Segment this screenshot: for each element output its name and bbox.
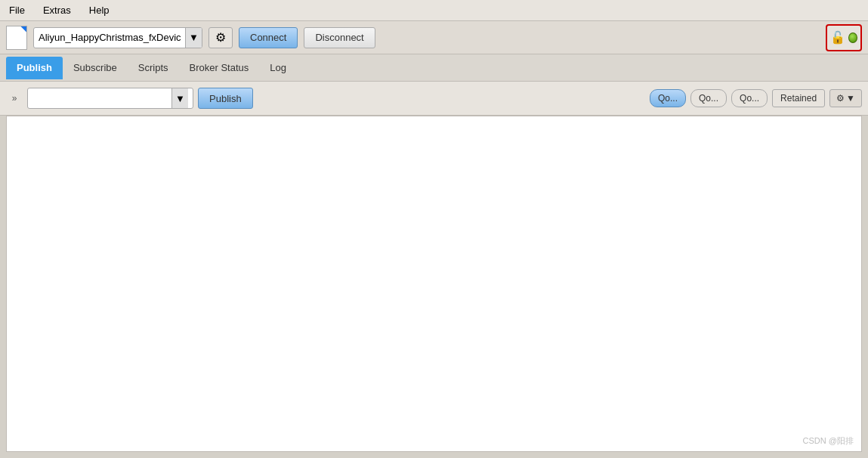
topic-dropdown-btn[interactable]: ▼: [171, 88, 188, 109]
toolbar: ▼ ⚙ Connect Disconnect 🔓: [0, 21, 868, 54]
retained-button[interactable]: Retained: [772, 89, 825, 107]
watermark: CSDN @阳排: [803, 435, 854, 447]
qos2-button[interactable]: Qo...: [731, 89, 768, 107]
topic-input[interactable]: [28, 91, 171, 106]
settings-icon: ⚙: [836, 93, 845, 104]
lock-icon: 🔓: [830, 30, 845, 45]
tab-scripts[interactable]: Scripts: [128, 57, 179, 79]
connection-select-wrap: ▼: [33, 27, 202, 48]
publish-button[interactable]: Publish: [198, 88, 253, 109]
menu-extras[interactable]: Extras: [40, 3, 74, 17]
expand-arrow[interactable]: »: [6, 88, 23, 109]
tab-log[interactable]: Log: [259, 57, 297, 79]
gear-icon: ⚙: [215, 30, 226, 45]
disconnect-button[interactable]: Disconnect: [304, 27, 375, 48]
publish-settings-button[interactable]: ⚙ ▼: [829, 89, 862, 107]
topic-input-wrap: ▼: [27, 88, 193, 109]
qos0-button[interactable]: Qo...: [650, 89, 686, 107]
tab-subscribe[interactable]: Subscribe: [63, 57, 128, 79]
connection-status-box: 🔓: [826, 24, 862, 51]
tab-bar: Publish Subscribe Scripts Broker Status …: [0, 54, 868, 82]
menu-help[interactable]: Help: [86, 3, 113, 17]
dropdown-arrow-icon: ▼: [189, 32, 199, 43]
doc-icon: [6, 26, 27, 50]
main-wrapper: » ▼ Publish Qo... Qo... Qo... Retained ⚙…: [0, 82, 868, 458]
status-dot: [848, 32, 857, 43]
tab-broker-status[interactable]: Broker Status: [179, 57, 260, 79]
gear-button[interactable]: ⚙: [209, 27, 233, 48]
topic-dropdown-arrow-icon: ▼: [175, 93, 185, 104]
publish-toolbar-area: » ▼ Publish Qo... Qo... Qo... Retained ⚙…: [0, 82, 868, 116]
settings-dropdown-arrow-icon: ▼: [846, 93, 855, 104]
connection-dropdown-btn[interactable]: ▼: [185, 27, 202, 48]
publish-row: » ▼ Publish Qo... Qo... Qo... Retained ⚙…: [6, 88, 862, 109]
menu-bar: File Extras Help: [0, 0, 868, 21]
tab-publish[interactable]: Publish: [6, 57, 63, 79]
menu-file[interactable]: File: [6, 3, 28, 17]
message-area: CSDN @阳排: [6, 116, 862, 452]
connect-button[interactable]: Connect: [239, 27, 298, 48]
qos1-button[interactable]: Qo...: [690, 89, 727, 107]
connection-name-input[interactable]: [34, 30, 185, 45]
